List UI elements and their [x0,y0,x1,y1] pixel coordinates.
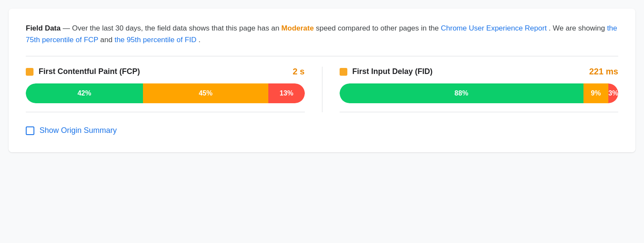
fid-bar: 88% 9% 3% [340,83,619,103]
intro2-text: speed compared to other pages in the [316,24,441,32]
field-data-title: Field Data [26,24,61,32]
fcp-block: First Contentful Paint (FCP) 2 s 42% 45%… [26,67,305,112]
show-origin-summary[interactable]: Show Origin Summary [26,126,618,135]
dash: — [63,24,72,32]
fcp-bar-orange: 45% [143,83,268,103]
fcp-bar: 42% 45% 13% [26,83,305,103]
metrics-row: First Contentful Paint (FCP) 2 s 42% 45%… [26,67,618,112]
moderate-label: Moderate [281,24,314,32]
origin-summary-label: Show Origin Summary [39,126,117,135]
fcp-value: 2 s [293,67,305,77]
fid-block: First Input Delay (FID) 221 ms 88% 9% 3% [340,67,619,112]
fid-divider [340,112,619,112]
chrome-report-link[interactable]: Chrome User Experience Report [441,24,547,32]
fid-value: 221 ms [589,67,618,77]
fid-percentile-link[interactable]: the 95th percentile of FID [115,36,197,44]
fcp-divider [26,112,305,112]
fid-title: First Input Delay (FID) [352,67,584,76]
origin-summary-checkbox[interactable] [26,126,34,135]
fid-icon [340,68,347,76]
fid-header: First Input Delay (FID) 221 ms [340,67,619,77]
fcp-bar-green: 42% [26,83,143,103]
fcp-bar-red: 13% [268,83,304,103]
intro-text: Over the last 30 days, the field data sh… [72,24,282,32]
vertical-divider [322,67,322,112]
field-data-description: Field Data — Over the last 30 days, the … [26,22,618,46]
fcp-header: First Contentful Paint (FCP) 2 s [26,67,305,77]
intro3-text: . We are showing [549,24,607,32]
fcp-icon [26,68,33,76]
main-container: Field Data — Over the last 30 days, the … [9,9,635,152]
fcp-title: First Contentful Paint (FCP) [39,67,288,76]
fid-bar-green: 88% [340,83,583,103]
period-text: . [198,36,200,44]
fid-bar-red: 3% [608,83,618,103]
top-divider [26,56,618,56]
and-text: and [100,36,115,44]
fid-bar-orange: 9% [583,83,608,103]
